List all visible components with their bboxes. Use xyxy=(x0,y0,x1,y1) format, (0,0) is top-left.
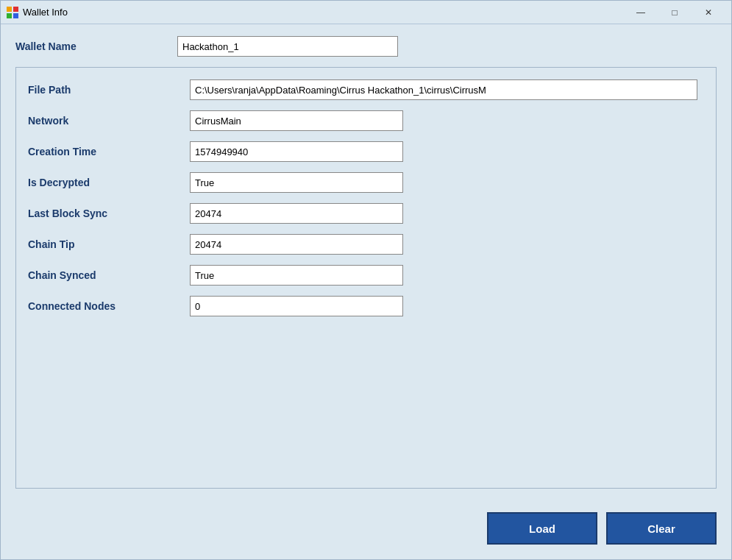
network-field-label: Network xyxy=(28,115,190,127)
app-icon xyxy=(7,7,18,18)
connected-nodes-field-label: Connected Nodes xyxy=(28,300,190,312)
file-path-field-row: File Path xyxy=(28,79,704,100)
creation-time-field-label: Creation Time xyxy=(28,146,190,157)
is-decrypted-field-input[interactable] xyxy=(190,172,403,193)
wallet-name-label: Wallet Name xyxy=(15,40,177,52)
wallet-info-window: Wallet Info — □ ✕ Wallet Name File PathN… xyxy=(0,0,732,560)
info-panel: File PathNetworkCreation TimeIs Decrypte… xyxy=(15,67,717,489)
file-path-field-label: File Path xyxy=(28,84,190,96)
svg-rect-1 xyxy=(13,7,18,12)
network-field-row: Network xyxy=(28,110,704,131)
last-block-sync-field-label: Last Block Sync xyxy=(28,208,190,219)
chain-tip-field-row: Chain Tip xyxy=(28,234,704,255)
window-content: Wallet Name File PathNetworkCreation Tim… xyxy=(1,24,731,500)
maximize-button[interactable]: □ xyxy=(658,1,692,24)
load-button[interactable]: Load xyxy=(487,512,597,545)
svg-rect-0 xyxy=(7,7,12,12)
svg-rect-2 xyxy=(7,13,12,18)
minimize-button[interactable]: — xyxy=(624,1,658,24)
last-block-sync-field-input[interactable] xyxy=(190,203,403,224)
file-path-field-input[interactable] xyxy=(190,79,697,100)
chain-tip-field-label: Chain Tip xyxy=(28,238,190,250)
creation-time-field-input[interactable] xyxy=(190,141,403,162)
wallet-name-row: Wallet Name xyxy=(15,36,717,57)
chain-synced-field-row: Chain Synced xyxy=(28,265,704,286)
creation-time-field-row: Creation Time xyxy=(28,141,704,162)
is-decrypted-field-row: Is Decrypted xyxy=(28,172,704,193)
window-controls: — □ ✕ xyxy=(624,1,725,24)
network-field-input[interactable] xyxy=(190,110,403,131)
is-decrypted-field-label: Is Decrypted xyxy=(28,177,190,188)
chain-tip-field-input[interactable] xyxy=(190,234,403,255)
clear-button[interactable]: Clear xyxy=(606,512,717,545)
svg-rect-3 xyxy=(13,13,18,18)
button-row: Load Clear xyxy=(1,500,731,559)
close-button[interactable]: ✕ xyxy=(692,1,725,24)
last-block-sync-field-row: Last Block Sync xyxy=(28,203,704,224)
connected-nodes-field-row: Connected Nodes xyxy=(28,296,704,316)
wallet-name-input[interactable] xyxy=(177,36,398,57)
title-bar: Wallet Info — □ ✕ xyxy=(1,1,731,24)
chain-synced-field-label: Chain Synced xyxy=(28,269,190,281)
window-title: Wallet Info xyxy=(23,7,624,18)
connected-nodes-field-input[interactable] xyxy=(190,296,403,316)
chain-synced-field-input[interactable] xyxy=(190,265,403,286)
